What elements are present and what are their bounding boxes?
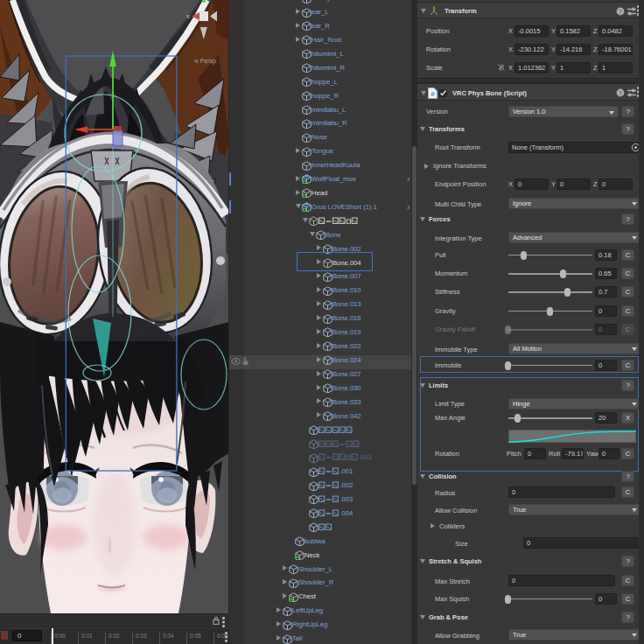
svg-text:⊲ Persp: ⊲ Persp	[193, 58, 216, 65]
svg-text:x: x	[186, 12, 190, 20]
svg-text:?: ?	[619, 90, 622, 96]
svg-text:?: ?	[619, 9, 622, 15]
